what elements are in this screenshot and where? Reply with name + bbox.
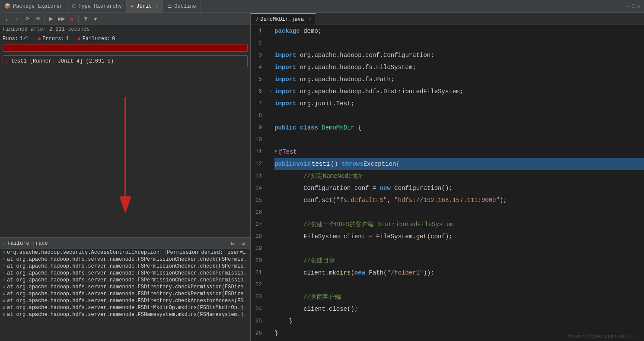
code-line: //创建目录 bbox=[274, 255, 644, 267]
failure-line[interactable]: ≡at org.apache.hadoop.hdfs.server.nameno… bbox=[0, 311, 250, 318]
failure-line-text: at org.apache.hadoop.hdfs.server.namenod… bbox=[7, 291, 248, 297]
java-file-icon: J bbox=[255, 16, 258, 22]
code-line: client.mkdirs(new Path("/folder1")); bbox=[274, 267, 644, 279]
token-kw: import bbox=[274, 85, 296, 98]
line-number: 27 bbox=[251, 339, 265, 341]
test-item[interactable]: ✕ test1 [Runner: JUnit 4] (2.091 s) bbox=[6, 57, 245, 65]
token-normal: demo; bbox=[300, 25, 322, 37]
code-line: import org.junit.Test; bbox=[274, 98, 644, 110]
failure-content[interactable]: ≡org.apache.hadoop.security.AccessContro… bbox=[0, 249, 250, 341]
line-number: 5 bbox=[251, 73, 265, 85]
code-content[interactable]: package demo;import org.apache.hadoop.co… bbox=[270, 25, 644, 341]
expand-failure-button[interactable]: ⊞ bbox=[238, 239, 248, 248]
status-text: Finished after 2.211 seconds bbox=[3, 26, 90, 32]
code-line bbox=[274, 279, 644, 291]
failures-stat: ■ Failures: 0 bbox=[78, 36, 115, 42]
editor-tab-label: DemoMkDir.java bbox=[260, 16, 304, 22]
tab-junit[interactable]: ✓ JUnit ✕ bbox=[127, 0, 163, 13]
errors-value: 1 bbox=[66, 36, 69, 42]
stop-button[interactable]: ■ bbox=[67, 14, 77, 24]
tab-package-explorer-label: Package Explorer bbox=[13, 3, 63, 9]
code-line: client.close(); bbox=[274, 303, 644, 315]
code-line: public void test1() throws Exception{ bbox=[274, 158, 644, 170]
close-icon[interactable]: ✕ bbox=[156, 4, 158, 9]
token-normal: Configuration(); bbox=[391, 182, 453, 194]
token-normal: org.apache.hadoop.fs.Path; bbox=[296, 73, 394, 85]
failure-line[interactable]: ≡at org.apache.hadoop.hdfs.server.nameno… bbox=[0, 277, 250, 284]
token-normal: , bbox=[387, 194, 394, 206]
token-kw: import bbox=[274, 61, 296, 73]
token-string: "fs.defaultFS" bbox=[336, 194, 387, 206]
token-kw: new bbox=[380, 182, 391, 194]
token-normal: )); bbox=[424, 267, 434, 279]
annotation-test: @Test bbox=[279, 146, 297, 158]
failure-line-icon: ≡ bbox=[3, 250, 5, 255]
collapse-failure-button[interactable]: ⊟ bbox=[228, 239, 237, 248]
code-line: conf.set("fs.defaultFS", "hdfs://192.168… bbox=[274, 194, 644, 206]
editor-tab-close[interactable]: ✕ bbox=[309, 17, 311, 22]
line-number: 12 bbox=[251, 158, 265, 170]
filter-button[interactable]: ⊞ bbox=[80, 14, 90, 24]
failure-line[interactable]: ≡at org.apache.hadoop.hdfs.server.nameno… bbox=[0, 297, 250, 304]
editor-tab-bar: J DemoMkDir.java ✕ bbox=[251, 13, 644, 25]
failure-line-text: at org.apache.hadoop.hdfs.server.namenod… bbox=[7, 270, 248, 276]
rerun-failed-button[interactable]: ↑ bbox=[12, 14, 22, 24]
failure-line[interactable]: ≡at org.apache.hadoop.hdfs.server.nameno… bbox=[0, 304, 250, 311]
failure-line[interactable]: ≡at org.apache.hadoop.hdfs.server.nameno… bbox=[0, 263, 250, 270]
editor-tab-demomkdir[interactable]: J DemoMkDir.java ✕ bbox=[251, 13, 316, 25]
code-line: ▼@Test bbox=[274, 146, 644, 158]
failure-line[interactable]: ≡at org.apache.hadoop.hdfs.server.nameno… bbox=[0, 256, 250, 263]
failure-line-text: at org.apache.hadoop.hdfs.server.namenod… bbox=[7, 298, 248, 304]
token-kw: package bbox=[274, 25, 300, 37]
code-line: public class DemoMkDir { bbox=[274, 122, 644, 134]
refresh-button[interactable]: ⟳ bbox=[22, 14, 32, 24]
run-all-button[interactable]: ▶▶ bbox=[57, 14, 66, 24]
arrow-area bbox=[0, 69, 250, 237]
failure-line[interactable]: ≡org.apache.hadoop.security.AccessContro… bbox=[0, 249, 250, 256]
code-line bbox=[274, 110, 644, 122]
failure-line[interactable]: ≡at org.apache.hadoop.hdfs.server.nameno… bbox=[0, 284, 250, 290]
junit-icon: ✓ bbox=[131, 3, 134, 9]
permission-denied-highlight: Permission denied: bbox=[166, 249, 224, 256]
token-normal: (conf); bbox=[427, 230, 453, 243]
tab-package-explorer[interactable]: 📦 Package Explorer bbox=[0, 0, 67, 13]
token-comment: //指定NameNode地址 bbox=[274, 170, 364, 182]
junit-toolbar: ↓ ↑ ⟳ ⟲ ▶ ▶▶ ■ ⊞ ▼ bbox=[0, 13, 250, 25]
maximize-icon[interactable]: □ bbox=[632, 3, 635, 10]
tab-outline[interactable]: ☰ Outline bbox=[163, 0, 201, 13]
token-comment: //创建一个HDFS的客户端 bbox=[274, 218, 377, 230]
close-window-icon[interactable]: ✕ bbox=[637, 3, 641, 10]
token-normal bbox=[318, 122, 322, 134]
line-number: 11 bbox=[251, 146, 265, 158]
failures-label: Failures: bbox=[82, 36, 110, 42]
token-normal: client. bbox=[274, 267, 329, 279]
failure-line-text: at org.apache.hadoop.hdfs.server.namenod… bbox=[7, 256, 248, 262]
toolbar-separator bbox=[44, 15, 45, 23]
layout-button[interactable]: ▼ bbox=[91, 14, 100, 24]
failure-panel: ≡ Failure Trace ⊟ ⊞ ≡org.apache.hadoop.s… bbox=[0, 237, 250, 341]
main-content: ↓ ↑ ⟳ ⟲ ▶ ▶▶ ■ ⊞ ▼ Finished after 2.211 … bbox=[0, 13, 644, 341]
token-kw: import bbox=[274, 98, 296, 110]
token-normal: Configuration conf = bbox=[274, 182, 380, 194]
rerun-button[interactable]: ↓ bbox=[2, 14, 11, 24]
left-panel: ↓ ↑ ⟳ ⟲ ▶ ▶▶ ■ ⊞ ▼ Finished after 2.211 … bbox=[0, 13, 251, 341]
history-button[interactable]: ⟲ bbox=[33, 14, 42, 24]
failure-toolbar: ⊟ ⊞ bbox=[228, 239, 248, 248]
token-normal: org.apache.hadoop.fs.FileSystem; bbox=[296, 61, 416, 73]
failure-line[interactable]: ≡at org.apache.hadoop.hdfs.server.nameno… bbox=[0, 270, 250, 277]
minimize-icon[interactable]: ─ bbox=[627, 3, 631, 10]
test-label: test1 [Runner: JUnit 4] (2.091 s) bbox=[11, 58, 114, 64]
code-line: //创建一个HDFS的客户端 DistributedFileSystem bbox=[274, 218, 644, 230]
error-icon: ■ bbox=[38, 36, 41, 41]
failure-line[interactable]: ≡at org.apache.hadoop.hdfs.server.nameno… bbox=[0, 290, 250, 297]
token-comment: //创建目录 bbox=[274, 255, 335, 267]
collapse-icon[interactable]: ▼ bbox=[274, 146, 277, 158]
tab-outline-label: Outline bbox=[174, 3, 196, 9]
token-type: DemoMkDir bbox=[322, 122, 354, 134]
failure-line-icon: ≡ bbox=[3, 285, 5, 290]
run-button[interactable]: ▶ bbox=[46, 14, 56, 24]
failure-line-icon: ≡ bbox=[3, 278, 5, 283]
tab-type-hierarchy[interactable]: ⬡ Type Hierarchy bbox=[67, 0, 127, 13]
failure-line-icon: ≡ bbox=[3, 257, 5, 262]
progress-bar-fill bbox=[3, 44, 247, 51]
